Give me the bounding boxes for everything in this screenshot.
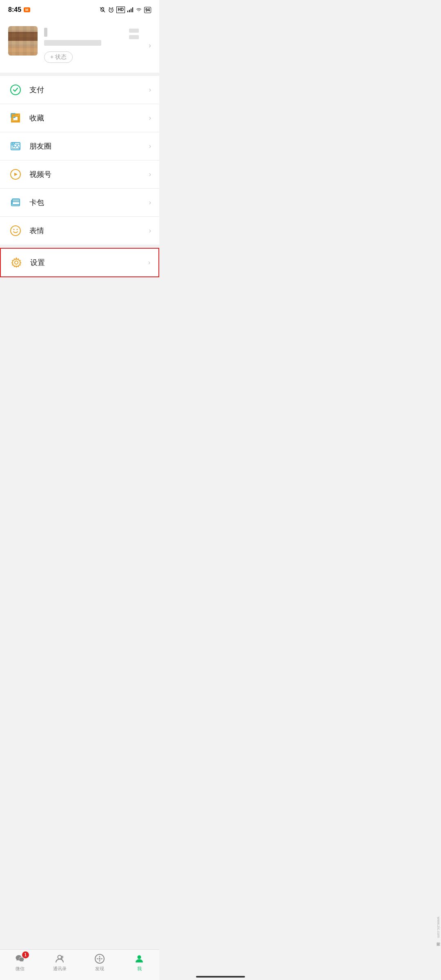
menu-item-favorites[interactable]: 收藏 › [0,104,159,132]
status-button-label: + 状态 [50,53,67,61]
battery-level: 94 [145,8,150,12]
payment-label: 支付 [29,85,149,95]
status-button[interactable]: + 状态 [44,51,73,63]
profile-chevron-icon: › [149,41,151,50]
svg-point-22 [11,226,20,236]
menu-item-emoji[interactable]: 表情 › [0,217,159,245]
moments-icon [8,139,23,154]
hd-badge: HD [116,7,125,13]
signal-icon [127,7,134,12]
mute-icon [99,7,106,13]
moments-label: 朋友圈 [29,141,149,151]
svg-rect-8 [131,9,131,12]
profile-right-info [129,29,139,39]
svg-rect-7 [129,10,130,12]
channels-chevron-icon: › [149,171,151,178]
svg-point-16 [14,143,15,144]
favorites-icon [8,111,23,125]
settings-label: 设置 [30,258,148,267]
profile-id-placeholder [44,40,101,46]
emoji-icon [8,223,23,238]
menu-section: 支付 › 收藏 › [0,76,159,245]
section-divider-2 [0,245,159,248]
svg-point-23 [13,229,15,230]
section-divider-1 [0,73,159,76]
profile-name-placeholder [44,28,47,37]
profile-bar-2 [129,35,139,39]
status-time: 8:45 [8,6,21,13]
bottom-spacer [0,277,159,359]
favorites-label: 收藏 [29,113,149,123]
settings-chevron-icon: › [148,259,150,266]
svg-point-25 [15,261,18,264]
menu-item-cards[interactable]: 卡包 › [0,189,159,217]
profile-section[interactable]: + 状态 › [0,18,159,73]
svg-rect-6 [127,11,128,12]
mi-logo: M [24,7,30,12]
wifi-icon [136,7,142,12]
menu-item-payment[interactable]: 支付 › [0,76,159,104]
moments-chevron-icon: › [149,143,151,150]
payment-chevron-icon: › [149,86,151,94]
avatar [8,26,38,56]
alarm-icon [108,7,114,13]
menu-item-moments[interactable]: 朋友圈 › [0,132,159,160]
settings-icon [9,255,24,270]
channels-icon [8,167,23,182]
settings-section: 设置 › [0,248,159,277]
menu-item-settings[interactable]: 设置 › [0,248,159,277]
svg-point-10 [11,85,20,95]
cards-chevron-icon: › [149,199,151,206]
svg-rect-9 [132,7,133,12]
battery-icon: 94 [144,7,151,13]
svg-point-17 [12,145,14,146]
cards-icon [8,195,23,210]
svg-point-24 [17,229,18,230]
status-bar: 8:45 M HD [0,0,159,18]
emoji-label: 表情 [29,226,149,236]
status-icons: HD 94 [99,7,151,13]
channels-label: 视频号 [29,169,149,179]
svg-point-15 [12,143,13,144]
profile-bar-1 [129,29,139,33]
svg-line-5 [112,7,113,8]
menu-item-channels[interactable]: 视频号 › [0,160,159,189]
favorites-chevron-icon: › [149,114,151,122]
emoji-chevron-icon: › [149,227,151,234]
payment-icon [8,82,23,97]
cards-label: 卡包 [29,198,149,207]
svg-line-4 [109,7,110,8]
